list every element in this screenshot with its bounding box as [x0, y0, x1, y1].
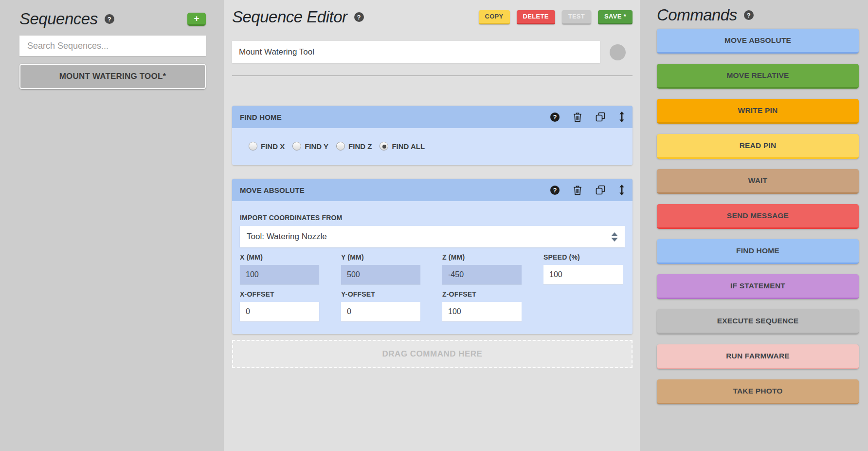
speed-input[interactable]: [543, 265, 623, 284]
drag-command-dropzone[interactable]: DRAG COMMAND HERE: [232, 340, 633, 368]
step-header-icons: ?: [550, 112, 625, 122]
step-move-absolute-header: MOVE ABSOLUTE ?: [232, 179, 633, 201]
farmbot-sequence-page: Sequences ? + MOUNT WATERING TOOL* Seque…: [0, 0, 868, 451]
coordinate-fields: X (MM) Y (MM) Z (MM) SPEED (%): [240, 253, 625, 284]
y-offset-label: Y-OFFSET: [341, 290, 420, 298]
z-label: Z (MM): [442, 253, 522, 261]
radio-label-find-z: FIND Z: [348, 142, 372, 150]
field-speed: SPEED (%): [543, 253, 623, 284]
trash-icon[interactable]: [573, 185, 582, 195]
sequence-editor-panel: Sequence Editor ? COPY DELETE TEST SAVE …: [224, 0, 640, 451]
commands-panel: Commands ? MOVE ABSOLUTE MOVE RELATIVE W…: [640, 0, 868, 451]
x-input[interactable]: [240, 265, 319, 284]
divider: [232, 75, 633, 76]
step-list: FIND HOME ?: [232, 106, 633, 334]
command-if-statement[interactable]: IF STATEMENT: [657, 274, 859, 299]
step-move-absolute-body: IMPORT COORDINATES FROM Tool: Watering N…: [232, 201, 633, 334]
x-label: X (MM): [240, 253, 319, 261]
field-y: Y (MM): [341, 253, 420, 284]
x-offset-label: X-OFFSET: [240, 290, 319, 298]
speed-label: SPEED (%): [543, 253, 623, 261]
drag-step-icon[interactable]: [619, 112, 625, 122]
commands-help-icon[interactable]: ?: [744, 10, 754, 20]
sequence-color-picker[interactable]: [610, 44, 626, 60]
step-find-home-body: FIND X FIND Y FIND Z FIND ALL: [232, 128, 633, 165]
field-z: Z (MM): [442, 253, 522, 284]
commands-panel-header: Commands ?: [657, 6, 859, 24]
command-button-list: MOVE ABSOLUTE MOVE RELATIVE WRITE PIN RE…: [657, 29, 859, 404]
copy-button[interactable]: COPY: [479, 10, 510, 24]
sequences-title: Sequences: [19, 10, 98, 28]
command-write-pin[interactable]: WRITE PIN: [657, 99, 859, 124]
field-x-offset: X-OFFSET: [240, 290, 319, 321]
test-button[interactable]: TEST: [562, 10, 591, 24]
trash-icon[interactable]: [573, 112, 582, 122]
radio-find-y[interactable]: [292, 142, 301, 150]
z-offset-input[interactable]: [442, 302, 522, 321]
add-sequence-button[interactable]: +: [187, 13, 206, 26]
search-sequences-input[interactable]: [19, 36, 206, 56]
sequence-name-row: [232, 41, 633, 63]
z-offset-label: Z-OFFSET: [442, 290, 522, 298]
command-wait[interactable]: WAIT: [657, 169, 859, 194]
step-move-absolute: MOVE ABSOLUTE ?: [232, 179, 633, 334]
sequence-list-item[interactable]: MOUNT WATERING TOOL*: [19, 64, 206, 89]
radio-label-find-x: FIND X: [261, 142, 285, 150]
editor-actions: COPY DELETE TEST SAVE *: [479, 10, 633, 24]
command-read-pin[interactable]: READ PIN: [657, 134, 859, 159]
field-x: X (MM): [240, 253, 319, 284]
import-coordinates-label: IMPORT COORDINATES FROM: [240, 214, 625, 222]
delete-button[interactable]: DELETE: [517, 10, 555, 24]
command-execute-sequence[interactable]: EXECUTE SEQUENCE: [657, 309, 859, 334]
radio-find-x[interactable]: [249, 142, 257, 150]
command-find-home[interactable]: FIND HOME: [657, 239, 859, 264]
command-take-photo[interactable]: TAKE PHOTO: [657, 379, 859, 404]
x-offset-input[interactable]: [240, 302, 319, 321]
sequences-help-icon[interactable]: ?: [105, 14, 114, 24]
y-input[interactable]: [341, 265, 420, 284]
step-help-icon[interactable]: ?: [550, 186, 560, 195]
y-label: Y (MM): [341, 253, 420, 261]
find-home-options: FIND X FIND Y FIND Z FIND ALL: [232, 128, 633, 165]
step-find-home-header: FIND HOME ?: [232, 106, 633, 128]
step-header-icons: ?: [550, 185, 625, 195]
field-z-offset: Z-OFFSET: [442, 290, 522, 321]
radio-label-find-all: FIND ALL: [392, 142, 425, 150]
step-find-home: FIND HOME ?: [232, 106, 633, 165]
drag-step-icon[interactable]: [619, 185, 625, 195]
copy-step-icon[interactable]: [596, 112, 605, 122]
save-button[interactable]: SAVE *: [598, 10, 633, 24]
z-input[interactable]: [442, 265, 522, 284]
y-offset-input[interactable]: [341, 302, 420, 321]
sequences-panel: Sequences ? + MOUNT WATERING TOOL*: [0, 0, 224, 451]
command-move-relative[interactable]: MOVE RELATIVE: [657, 64, 859, 89]
step-title: FIND HOME: [240, 113, 282, 121]
step-title: MOVE ABSOLUTE: [240, 186, 305, 194]
field-y-offset: Y-OFFSET: [341, 290, 420, 321]
radio-find-all[interactable]: [380, 142, 388, 150]
editor-help-icon[interactable]: ?: [354, 12, 364, 22]
command-send-message[interactable]: SEND MESSAGE: [657, 204, 859, 229]
command-move-absolute[interactable]: MOVE ABSOLUTE: [657, 29, 859, 54]
radio-label-find-y: FIND Y: [305, 142, 328, 150]
import-coordinates-select[interactable]: Tool: Watering Nozzle: [240, 226, 625, 247]
radio-find-z[interactable]: [336, 142, 345, 150]
editor-header: Sequence Editor ? COPY DELETE TEST SAVE …: [232, 8, 633, 26]
step-help-icon[interactable]: ?: [550, 113, 560, 122]
import-coordinates-value: Tool: Watering Nozzle: [247, 232, 327, 242]
sequences-panel-header: Sequences ? +: [19, 10, 206, 28]
command-run-farmware[interactable]: RUN FARMWARE: [657, 344, 859, 369]
commands-title: Commands: [657, 6, 737, 24]
copy-step-icon[interactable]: [596, 185, 605, 195]
sequence-name-input[interactable]: [232, 41, 600, 63]
editor-title: Sequence Editor: [232, 8, 347, 26]
offset-fields: X-OFFSET Y-OFFSET Z-OFFSET: [240, 290, 625, 321]
select-sort-icon: [611, 232, 618, 242]
